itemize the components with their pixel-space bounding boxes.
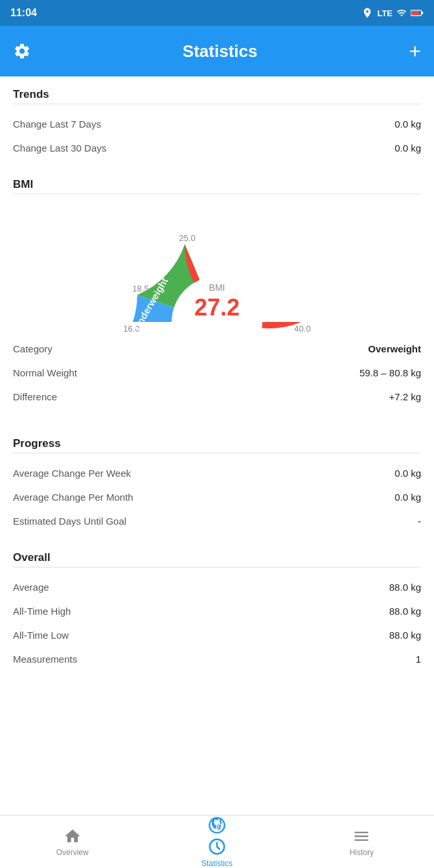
progress-goal-row: Estimated Days Until Goal - xyxy=(13,509,421,533)
progress-monthly-row: Average Change Per Month 0.0 kg xyxy=(13,485,421,509)
progress-weekly-value: 0.0 kg xyxy=(394,468,421,479)
nav-statistics-label: Statistics xyxy=(201,859,233,868)
svg-rect-2 xyxy=(411,11,419,15)
statistics-icon xyxy=(207,837,227,856)
trends-divider xyxy=(13,104,421,104)
trend-30days-label: Change Last 30 Days xyxy=(13,143,106,154)
main-content: Trends Change Last 7 Days 0.0 kg Change … xyxy=(0,76,434,815)
overall-measurements-value: 1 xyxy=(416,654,421,665)
bmi-category-row: Category Overweight xyxy=(13,337,421,361)
add-button[interactable]: + xyxy=(409,41,421,62)
page-title: Statistics xyxy=(183,41,258,62)
bmi-center-text: BMI 27.2 xyxy=(194,282,240,321)
overall-low-row: All-Time Low 88.0 kg xyxy=(13,623,421,647)
trends-title: Trends xyxy=(13,88,421,101)
bmi-normalweight-label: Normal Weight xyxy=(13,367,77,378)
trends-section: Trends Change Last 7 Days 0.0 kg Change … xyxy=(0,76,434,166)
overall-high-value: 88.0 kg xyxy=(389,606,421,617)
bmi-section: BMI xyxy=(0,166,434,426)
progress-divider xyxy=(13,453,421,453)
status-bar: 11:04 LTE xyxy=(0,0,434,26)
status-time: 11:04 xyxy=(10,7,37,19)
overall-low-value: 88.0 kg xyxy=(389,630,421,641)
bmi-difference-row: Difference +7.2 kg xyxy=(13,385,421,409)
trend-30days-value: 0.0 kg xyxy=(394,143,421,154)
nav-item-history[interactable]: History xyxy=(290,816,434,868)
svg-rect-1 xyxy=(422,12,424,14)
app-header: Statistics + xyxy=(0,26,434,76)
trend-row-7days: Change Last 7 Days 0.0 kg xyxy=(13,112,421,136)
overall-title: Overall xyxy=(13,551,421,564)
bmi-normal-label: Normal xyxy=(210,257,244,268)
overall-measurements-label: Measurements xyxy=(13,654,77,665)
battery-icon xyxy=(411,8,424,18)
alarm-icon xyxy=(361,7,373,19)
bottom-nav: Overview kg Statistics History xyxy=(0,815,434,868)
progress-monthly-value: 0.0 kg xyxy=(394,492,421,503)
bmi-marker-185: 18.5 xyxy=(132,284,148,293)
overall-average-row: Average 88.0 kg xyxy=(13,575,421,599)
progress-weekly-label: Average Change Per Week xyxy=(13,468,131,479)
bmi-gauge-label: BMI xyxy=(194,282,240,293)
overall-average-label: Average xyxy=(13,582,49,593)
nav-item-statistics[interactable]: kg Statistics xyxy=(144,816,289,868)
progress-goal-label: Estimated Days Until Goal xyxy=(13,516,126,527)
bmi-difference-value: +7.2 kg xyxy=(389,391,421,402)
svg-text:kg: kg xyxy=(213,821,221,829)
signal-icon xyxy=(396,8,407,18)
gauge-wrapper: 16.0 18.5 25.0 40.0 Underweight Normal O… xyxy=(107,209,327,332)
nav-overview-label: Overview xyxy=(56,848,89,857)
status-icons: LTE xyxy=(361,7,424,19)
nav-item-overview[interactable]: Overview xyxy=(0,816,144,868)
settings-button[interactable] xyxy=(13,42,31,60)
nav-history-label: History xyxy=(350,848,374,857)
progress-weekly-row: Average Change Per Week 0.0 kg xyxy=(13,461,421,485)
bmi-category-value: Overweight xyxy=(368,343,421,354)
overall-high-label: All-Time High xyxy=(13,606,71,617)
plus-icon: + xyxy=(409,41,421,62)
progress-goal-value: - xyxy=(418,516,421,527)
bmi-marker-250: 25.0 xyxy=(179,233,195,243)
list-icon xyxy=(352,827,371,845)
trend-7days-value: 0.0 kg xyxy=(394,119,421,130)
overall-measurements-row: Measurements 1 xyxy=(13,647,421,671)
bmi-gauge-value: 27.2 xyxy=(194,294,240,321)
gear-icon xyxy=(13,42,31,60)
bmi-normalweight-value: 59.8 – 80.8 kg xyxy=(360,367,421,378)
progress-section: Progress Average Change Per Week 0.0 kg … xyxy=(0,426,434,540)
overall-section: Overall Average 88.0 kg All-Time High 88… xyxy=(0,540,434,678)
progress-monthly-label: Average Change Per Month xyxy=(13,492,133,503)
content-spacer xyxy=(0,678,434,755)
bmi-title: BMI xyxy=(13,178,421,191)
bmi-normalweight-row: Normal Weight 59.8 – 80.8 kg xyxy=(13,361,421,385)
chart-icon: kg xyxy=(208,816,226,834)
bmi-gauge-container: 16.0 18.5 25.0 40.0 Underweight Normal O… xyxy=(13,202,421,419)
trend-row-30days: Change Last 30 Days 0.0 kg xyxy=(13,136,421,160)
bmi-difference-label: Difference xyxy=(13,391,57,402)
trend-7days-label: Change Last 7 Days xyxy=(13,119,101,130)
bmi-marker-400: 40.0 xyxy=(294,324,310,332)
overall-average-value: 88.0 kg xyxy=(389,582,421,593)
bmi-stats: Category Overweight Normal Weight 59.8 –… xyxy=(13,337,421,409)
bmi-category-label: Category xyxy=(13,343,52,354)
lte-text: LTE xyxy=(377,8,393,18)
overall-divider xyxy=(13,567,421,567)
overall-low-label: All-Time Low xyxy=(13,630,69,641)
bmi-divider xyxy=(13,194,421,194)
home-icon xyxy=(63,827,82,845)
overall-high-row: All-Time High 88.0 kg xyxy=(13,599,421,623)
progress-title: Progress xyxy=(13,437,421,450)
